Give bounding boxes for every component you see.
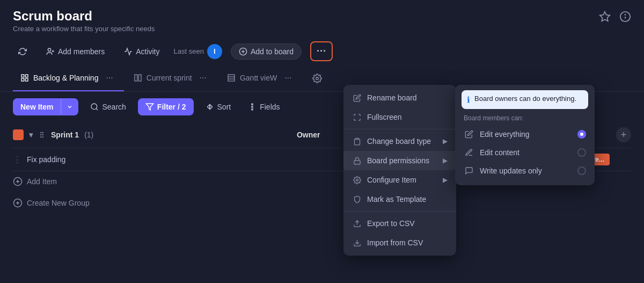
menu-export-label: Export to CSV <box>367 219 448 228</box>
divider-2 <box>343 211 456 212</box>
menu-item-import-csv[interactable]: Import from CSV <box>343 233 456 252</box>
filter-icon <box>145 103 154 111</box>
menu-configure-label: Configure Item <box>367 176 437 184</box>
info-button[interactable] <box>619 11 631 23</box>
search-button[interactable]: Search <box>85 99 131 114</box>
radio-write-updates[interactable] <box>577 166 586 175</box>
info-circle-icon: ℹ <box>467 95 470 105</box>
more-options-button[interactable]: ··· <box>310 41 333 61</box>
board-title: Scrum board <box>13 9 155 24</box>
sprint-name: Sprint 1 <box>51 130 79 139</box>
radio-edit-everything[interactable] <box>577 130 586 139</box>
tab-gantt-more[interactable]: ··· <box>281 71 295 85</box>
submenu-option-edit-everything[interactable]: Edit everything <box>462 125 588 143</box>
tab-icon-gantt <box>227 74 236 82</box>
new-item-dropdown-arrow[interactable] <box>61 99 78 114</box>
svg-rect-16 <box>228 75 235 81</box>
tab-backlog-label: Backlog & Planning <box>33 74 98 82</box>
tab-icon-backlog <box>20 74 29 82</box>
change-board-arrow: ▶ <box>443 137 448 145</box>
menu-import-label: Import from CSV <box>367 238 448 247</box>
add-item-icon <box>13 177 23 186</box>
tab-sprint-more[interactable]: ··· <box>196 71 210 85</box>
fields-icon <box>248 103 257 111</box>
menu-item-configure[interactable]: Configure Item ▶ <box>343 170 456 190</box>
header: Scrum board Create a workflow that fits … <box>0 0 644 37</box>
fullscreen-icon <box>352 112 362 122</box>
tab-backlog-more[interactable]: ··· <box>103 71 116 85</box>
drag-handle-icon[interactable]: ⋮ <box>13 155 21 165</box>
header-left: Scrum board Create a workflow that fits … <box>13 9 155 33</box>
svg-point-33 <box>42 137 43 137</box>
svg-point-20 <box>91 104 97 110</box>
sort-icon <box>206 103 214 111</box>
svg-point-31 <box>42 132 43 133</box>
svg-rect-12 <box>21 78 24 81</box>
settings-tab[interactable] <box>305 68 330 89</box>
drag-icon <box>38 131 46 139</box>
create-new-group[interactable]: Create New Group <box>0 192 644 214</box>
tab-gantt[interactable]: Gantt vieW ··· <box>219 66 303 91</box>
sprint-checkbox[interactable] <box>13 129 24 140</box>
menu-change-board-label: Change board type <box>367 137 437 146</box>
submenu-info-text: Board owners can do everything. <box>474 95 576 103</box>
filter-button[interactable]: Filter / 2 <box>138 98 194 115</box>
menu-item-board-permissions[interactable]: Board permissions ▶ <box>343 151 456 170</box>
svg-marker-22 <box>146 104 153 110</box>
svg-rect-15 <box>138 75 141 81</box>
menu-item-change-board-type[interactable]: Change board type ▶ <box>343 132 456 151</box>
radio-edit-content[interactable] <box>577 148 586 157</box>
submenu-info-box: ℹ Board owners can do everything. <box>462 90 588 109</box>
reload-button[interactable] <box>13 44 32 59</box>
write-updates-icon <box>464 166 474 175</box>
submenu-option-write-updates[interactable]: Write updates only <box>462 162 588 180</box>
search-label: Search <box>102 103 126 111</box>
board-subtitle: Create a workflow that fits your specifi… <box>13 25 155 33</box>
configure-gear-icon <box>352 175 362 185</box>
pencil-icon <box>352 93 362 103</box>
configure-arrow: ▶ <box>443 176 448 184</box>
export-icon <box>352 219 362 228</box>
svg-point-19 <box>316 77 318 80</box>
tab-icon-sprint <box>134 74 142 82</box>
star-button[interactable] <box>599 11 611 23</box>
svg-point-27 <box>252 108 253 110</box>
avatar: I <box>207 44 222 59</box>
sprint-count: (1) <box>84 130 93 139</box>
toolbar: Add members Activity Last seen I Add to … <box>0 37 644 66</box>
add-to-board-button[interactable]: Add to board <box>231 43 302 60</box>
add-column-button[interactable]: + <box>616 127 631 142</box>
tab-current-sprint[interactable]: Current sprint ··· <box>126 66 217 91</box>
svg-line-21 <box>97 108 98 110</box>
menu-rename-label: Rename board <box>367 93 448 102</box>
write-updates-label: Write updates only <box>480 166 572 175</box>
tab-sprint-label: Current sprint <box>147 74 192 82</box>
tab-backlog-planning[interactable]: Backlog & Planning ··· <box>13 66 124 91</box>
fields-button[interactable]: Fields <box>243 99 285 114</box>
svg-point-29 <box>41 134 41 135</box>
add-members-button[interactable]: Add members <box>41 44 110 59</box>
menu-item-fullscreen[interactable]: Fullscreen <box>343 107 456 127</box>
svg-point-25 <box>252 106 253 108</box>
divider-1 <box>343 129 456 129</box>
add-to-board-label: Add to board <box>251 47 294 56</box>
menu-item-export-csv[interactable]: Export to CSV <box>343 214 456 233</box>
menu-fullscreen-label: Fullscreen <box>367 113 448 121</box>
menu-item-mark-template[interactable]: Mark as Template <box>343 190 456 209</box>
svg-point-42 <box>356 179 358 181</box>
shield-icon <box>352 194 362 204</box>
activity-button[interactable]: Activity <box>119 44 165 59</box>
svg-rect-41 <box>354 160 360 164</box>
chevron-down-icon <box>67 104 73 110</box>
menu-item-rename[interactable]: Rename board <box>343 88 456 107</box>
menu-mark-template-label: Mark as Template <box>367 195 448 204</box>
svg-point-30 <box>41 137 41 137</box>
add-item-label: Add Item <box>27 177 57 186</box>
sprint-expand[interactable]: ▾ <box>29 130 33 139</box>
submenu-option-edit-content[interactable]: Edit content <box>462 143 588 162</box>
search-icon <box>90 103 99 111</box>
sort-button[interactable]: Sort <box>200 99 237 114</box>
create-group-label: Create New Group <box>27 199 90 207</box>
last-seen-label: Last seen <box>174 47 204 55</box>
new-item-button[interactable]: New Item <box>13 98 78 115</box>
